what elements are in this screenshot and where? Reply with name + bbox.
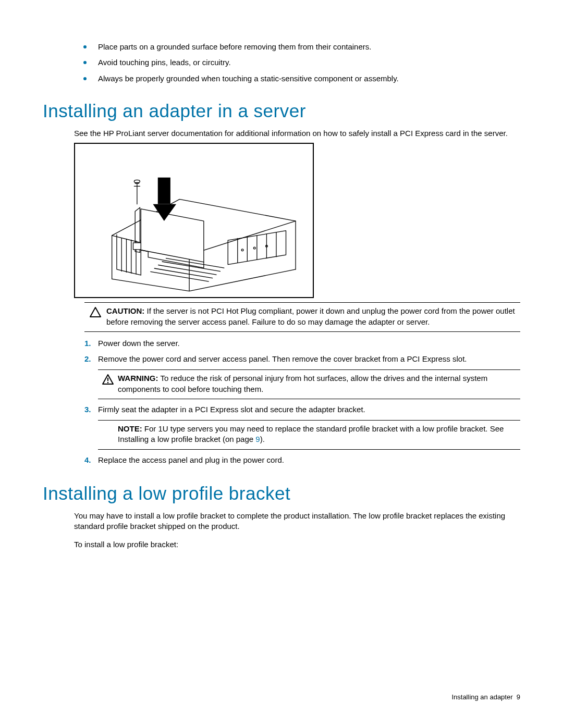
section-heading-install-adapter: Installing an adapter in a server [43, 98, 520, 123]
svg-line-13 [151, 272, 209, 282]
svg-point-11 [253, 247, 255, 249]
step-number: 4. [84, 455, 95, 465]
page-footer: Installing an adapter 9 [451, 693, 520, 702]
step-text: Firmly seat the adapter in a PCI Express… [98, 404, 520, 415]
footer-page-number: 9 [517, 693, 520, 701]
svg-marker-24 [90, 307, 101, 317]
svg-point-27 [107, 382, 109, 384]
svg-line-16 [162, 262, 220, 272]
step-number: 3. [84, 404, 95, 415]
list-item: Place parts on a grounded surface before… [83, 42, 520, 52]
step-text: Replace the access panel and plug in the… [95, 455, 520, 465]
step-1: 1. Power down the server. [84, 338, 520, 349]
svg-line-15 [158, 265, 216, 275]
warning-text: To reduce the risk of personal injury fr… [118, 374, 487, 393]
warning-notice: WARNING: To reduce the risk of personal … [98, 369, 520, 399]
step-2: 2. Remove the power cord and server acce… [84, 354, 520, 399]
adapter-install-illustration [74, 143, 314, 298]
caution-icon [84, 306, 106, 317]
install-steps: 1. Power down the server. 2. Remove the … [84, 338, 520, 465]
step-3: 3. Firmly seat the adapter in a PCI Expr… [84, 404, 520, 450]
footer-title: Installing an adapter [451, 693, 512, 701]
step-4: 4. Replace the access panel and plug in … [84, 455, 520, 465]
step-number: 2. [84, 354, 95, 364]
step-number: 1. [84, 338, 95, 349]
section1-intro: See the HP ProLiant server documentation… [74, 128, 520, 139]
warning-label: WARNING: [118, 374, 158, 382]
section2-p1: You may have to install a low profile br… [74, 511, 520, 532]
caution-notice: CAUTION: If the server is not PCI Hot Pl… [84, 302, 520, 332]
list-item: Always be properly grounded when touchin… [83, 73, 520, 84]
svg-marker-18 [141, 209, 204, 262]
note-page-link[interactable]: 9 [255, 435, 260, 443]
bullet-icon [83, 77, 87, 80]
list-item: Avoid touching pins, leads, or circuitry… [83, 57, 520, 68]
section-heading-low-profile: Installing a low profile bracket [43, 481, 520, 505]
svg-line-14 [154, 268, 212, 278]
section2-p2: To install a low profile bracket: [74, 539, 520, 550]
warning-icon [98, 373, 118, 385]
intro-bullet-list: Place parts on a grounded surface before… [83, 42, 520, 84]
caution-label: CAUTION: [106, 306, 144, 315]
note-icon-spacer [98, 424, 118, 425]
caution-text: If the server is not PCI Hot Plug compli… [106, 306, 515, 326]
server-diagram-icon [82, 149, 306, 292]
svg-point-10 [241, 249, 243, 251]
svg-rect-22 [157, 178, 170, 204]
note-label: NOTE: [118, 424, 142, 433]
note-notice: NOTE: For 1U type servers you may need t… [98, 420, 520, 450]
bullet-text: Avoid touching pins, leads, or circuitry… [98, 57, 231, 68]
bullet-icon [83, 45, 87, 48]
step-text: Remove the power cord and server access … [98, 354, 520, 364]
bullet-text: Place parts on a grounded surface before… [98, 42, 371, 52]
note-text-after: ). [260, 435, 265, 443]
bullet-text: Always be properly grounded when touchin… [98, 73, 399, 84]
step-text: Power down the server. [95, 338, 520, 349]
note-text-before: For 1U type servers you may need to repl… [118, 424, 504, 443]
svg-rect-19 [133, 243, 141, 250]
bullet-icon [83, 61, 87, 64]
